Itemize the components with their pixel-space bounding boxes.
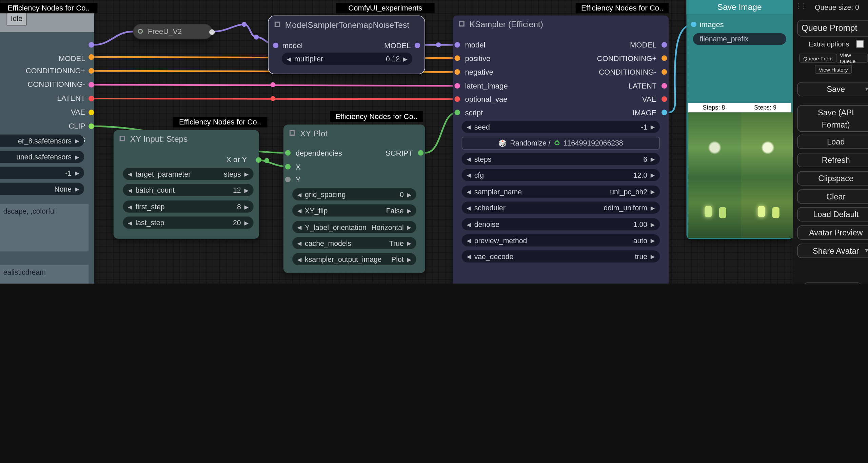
last-step-widget[interactable]: ◀ last_step 20 ▶: [123, 216, 253, 229]
increment-arrow-icon[interactable]: ▶: [651, 253, 655, 259]
model-output-dot[interactable]: [662, 42, 667, 47]
save-image-node[interactable]: Save Image images filename_prefix Steps:…: [686, 0, 792, 239]
conditioning-minus-output-dot[interactable]: [662, 69, 667, 75]
increment-arrow-icon[interactable]: ▶: [75, 138, 79, 144]
decrement-arrow-icon[interactable]: ◀: [467, 172, 471, 178]
latent-image-input-dot[interactable]: [454, 83, 460, 89]
cfg-widget[interactable]: ◀ cfg 12.0 ▶: [462, 169, 660, 181]
share-avatar-button[interactable]: Share Avatar ▾: [797, 244, 868, 258]
decrement-arrow-icon[interactable]: ◀: [467, 221, 471, 227]
decrement-arrow-icon[interactable]: ◀: [128, 171, 132, 177]
decrement-arrow-icon[interactable]: ◀: [128, 219, 132, 226]
conditioning-minus-output-dot[interactable]: [88, 68, 94, 74]
cache-models-widget[interactable]: ◀ cache_models True ▶: [292, 237, 416, 249]
model-input-dot[interactable]: [454, 42, 460, 47]
decrement-arrow-icon[interactable]: ◀: [467, 189, 471, 195]
increment-arrow-icon[interactable]: ▶: [403, 56, 408, 62]
increment-arrow-icon[interactable]: ▶: [75, 170, 79, 176]
decrement-arrow-icon[interactable]: ◀: [467, 156, 471, 162]
decrement-arrow-icon[interactable]: ◀: [467, 124, 471, 130]
collapsed-output-dot[interactable]: [209, 30, 215, 35]
script-input-dot[interactable]: [454, 110, 460, 115]
y-label-orientation-widget[interactable]: ◀ Y_label_orientation Horizontal ▶: [292, 221, 416, 233]
dice-icon[interactable]: 🎲: [498, 139, 507, 147]
model-output-dot[interactable]: [88, 42, 94, 47]
vae-output-dot[interactable]: [88, 96, 94, 101]
node-header[interactable]: XY Input: Steps: [114, 130, 259, 147]
conditioning-plus-output-dot[interactable]: [88, 54, 94, 60]
decrement-arrow-icon[interactable]: ◀: [297, 240, 302, 246]
latent-output-dot[interactable]: [662, 83, 667, 89]
decrement-arrow-icon[interactable]: ◀: [128, 204, 132, 210]
steps-widget[interactable]: ◀ steps 6 ▶: [462, 153, 660, 165]
menu-drag-handle-icon[interactable]: ⋮⋮: [795, 2, 806, 10]
refresh-button[interactable]: Refresh: [797, 153, 868, 167]
seed-control-widget[interactable]: 🎲 Randomize / ♻ 116499192066238: [462, 137, 660, 150]
increment-arrow-icon[interactable]: ▶: [651, 156, 655, 162]
xy-input-steps-node[interactable]: XY Input: Steps X or Y ◀ target_paramete…: [114, 130, 259, 239]
increment-arrow-icon[interactable]: ▶: [75, 186, 79, 192]
optional-vae-input-dot[interactable]: [454, 96, 460, 102]
increment-arrow-icon[interactable]: ▶: [407, 207, 411, 213]
freeu-v2-node[interactable]: FreeU_V2: [133, 24, 213, 39]
ksampler-node[interactable]: KSampler (Efficient) model positive nega…: [453, 16, 669, 284]
node-header[interactable]: Save Image: [686, 0, 792, 14]
lora-name-widget[interactable]: None▶: [0, 183, 84, 195]
avatar-preview-button[interactable]: Avatar Preview: [797, 225, 868, 239]
efficient-loader-node[interactable]: Idle MODEL CONDITIONING+ CONDITIONING- L…: [0, 13, 94, 284]
y-input-dot[interactable]: [285, 177, 291, 182]
model-input-dot[interactable]: [273, 43, 278, 48]
increment-arrow-icon[interactable]: ▶: [244, 171, 249, 177]
node-header[interactable]: XY Plot: [283, 124, 425, 141]
increment-arrow-icon[interactable]: ▶: [651, 237, 655, 244]
decrement-arrow-icon[interactable]: ◀: [287, 56, 291, 62]
save-api-format-button[interactable]: Save (API Format): [797, 105, 868, 132]
decrement-arrow-icon[interactable]: ◀: [467, 253, 471, 259]
collapse-square-icon[interactable]: [275, 22, 280, 27]
filename-prefix-widget[interactable]: filename_prefix: [693, 33, 786, 45]
batch-count-widget[interactable]: ◀ batch_count 12 ▶: [123, 184, 253, 196]
decrement-arrow-icon[interactable]: ◀: [128, 187, 132, 193]
increment-arrow-icon[interactable]: ▶: [651, 221, 655, 227]
decrement-arrow-icon[interactable]: ◀: [297, 191, 302, 197]
increment-arrow-icon[interactable]: ▶: [244, 187, 249, 193]
vae-decode-widget[interactable]: ◀ vae_decode true ▶: [462, 250, 660, 263]
tonemap-node[interactable]: ModelSamplerTonemapNoiseTest model MODEL…: [268, 16, 425, 74]
collapse-square-icon[interactable]: [290, 130, 295, 136]
clip-output-dot[interactable]: [88, 110, 94, 115]
latent-output-dot[interactable]: [88, 82, 94, 88]
first-step-widget[interactable]: ◀ first_step 8 ▶: [123, 200, 253, 213]
vae-name-widget[interactable]: uned.safetensors▶: [0, 151, 84, 163]
increment-arrow-icon[interactable]: ▶: [75, 154, 79, 160]
share-dropdown-caret-icon[interactable]: ▾: [865, 247, 868, 254]
scheduler-widget[interactable]: ◀ scheduler ddim_uniform ▶: [462, 201, 660, 214]
view-queue-button[interactable]: View Queue: [836, 54, 868, 62]
decrement-arrow-icon[interactable]: ◀: [297, 207, 302, 213]
save-button[interactable]: Save ▾: [797, 82, 868, 96]
increment-arrow-icon[interactable]: ▶: [651, 189, 655, 195]
dependencies-input-dot[interactable]: [285, 150, 291, 155]
sampler-name-widget[interactable]: ◀ sampler_name uni_pc_bh2 ▶: [462, 186, 660, 198]
increment-arrow-icon[interactable]: ▶: [244, 204, 249, 210]
increment-arrow-icon[interactable]: ▶: [407, 240, 411, 246]
collapse-circle-icon[interactable]: [138, 29, 143, 34]
preview-method-widget[interactable]: ◀ preview_method auto ▶: [462, 234, 660, 247]
positive-input-dot[interactable]: [454, 55, 460, 61]
denoise-widget[interactable]: ◀ denoise 1.00 ▶: [462, 218, 660, 230]
extra-options-checkbox[interactable]: [856, 40, 864, 47]
collapse-square-icon[interactable]: [120, 136, 125, 141]
model-output-dot[interactable]: [415, 43, 420, 48]
xy-plot-node[interactable]: XY Plot dependencies X Y SCRIPT ◀ grid_s…: [283, 124, 425, 273]
decrement-arrow-icon[interactable]: ◀: [297, 256, 302, 262]
seed-widget[interactable]: ◀ seed -1 ▶: [462, 121, 660, 133]
recycle-icon[interactable]: ♻: [554, 139, 560, 147]
increment-arrow-icon[interactable]: ▶: [244, 219, 249, 226]
decrement-arrow-icon[interactable]: ◀: [297, 224, 302, 230]
increment-arrow-icon[interactable]: ▶: [407, 224, 411, 230]
node-header[interactable]: ModelSamplerTonemapNoiseTest: [269, 16, 425, 33]
load-button[interactable]: Load: [797, 135, 868, 149]
clear-button[interactable]: Clear: [797, 189, 868, 204]
clipspace-button[interactable]: Clipspace: [797, 171, 868, 185]
images-input-dot[interactable]: [691, 22, 696, 27]
x-or-y-output-dot[interactable]: [256, 157, 261, 163]
